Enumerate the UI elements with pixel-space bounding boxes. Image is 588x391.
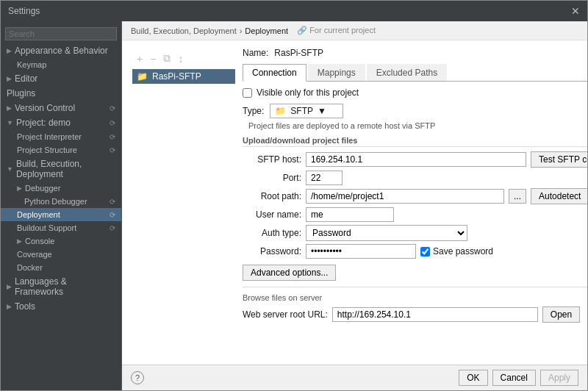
copy-server-button[interactable]: ⧉ <box>160 51 173 66</box>
sidebar-item-languages-frameworks[interactable]: ▶ Languages & Frameworks <box>1 274 121 299</box>
server-name: RasPi-SFTP <box>152 71 201 82</box>
main-panel: Build, Execution, Deployment › Deploymen… <box>122 21 587 390</box>
breadcrumb-path: Build, Execution, Deployment <box>131 26 237 35</box>
sidebar-item-project-structure[interactable]: Project Structure ⟳ <box>1 143 121 157</box>
sidebar-item-debugger[interactable]: ▶ Debugger <box>1 182 121 195</box>
sync-icon: ⟳ <box>110 198 115 206</box>
breadcrumb: Build, Execution, Deployment › Deploymen… <box>122 21 587 40</box>
port-label: Port: <box>243 173 301 183</box>
toolbar: + − ⧉ ↕ <box>132 48 235 69</box>
tab-connection[interactable]: Connection <box>243 64 306 82</box>
password-input[interactable] <box>306 244 416 259</box>
upload-section-label: Upload/download project files <box>243 136 587 147</box>
web-server-label: Web server root URL: <box>243 309 328 320</box>
sidebar-item-label: Console <box>25 237 54 245</box>
sidebar-item-keymap[interactable]: Keymap <box>1 58 121 71</box>
ok-button[interactable]: OK <box>459 370 487 386</box>
name-row: Name: RasPi-SFTP <box>243 48 587 58</box>
add-server-button[interactable]: + <box>134 51 146 66</box>
sftp-host-row: SFTP host: Test SFTP connection... <box>243 151 587 168</box>
root-path-row: Root path: ... Autodetect <box>243 188 587 204</box>
visible-only-checkbox[interactable] <box>243 88 252 98</box>
sidebar-item-plugins[interactable]: Plugins <box>1 86 121 101</box>
name-label: Name: <box>243 48 268 58</box>
sidebar-item-buildout-support[interactable]: Buildout Support ⟳ <box>1 221 121 234</box>
help-container: ? <box>131 371 144 384</box>
tab-mappings[interactable]: Mappings <box>308 64 365 81</box>
auth-type-select[interactable]: Password <box>306 225 467 241</box>
type-select[interactable]: 📁 SFTP ▼ <box>270 104 343 118</box>
dropdown-icon: ▼ <box>318 106 326 116</box>
sidebar-item-label: Tools <box>15 301 35 312</box>
browse-section: Browse files on server Web server root U… <box>243 287 587 323</box>
sidebar-item-label: Docker <box>17 263 43 272</box>
auth-type-row: Auth type: Password <box>243 225 587 241</box>
sidebar-item-deployment[interactable]: Deployment ⟳ <box>1 208 121 221</box>
server-list-item[interactable]: 📁 RasPi-SFTP <box>132 69 235 84</box>
sidebar-item-label: Python Debugger <box>24 197 87 206</box>
auth-type-label: Auth type: <box>243 228 301 238</box>
cancel-button[interactable]: Cancel <box>492 370 536 386</box>
autodetect-button[interactable]: Autodetect <box>531 188 587 204</box>
chevron-icon: ▶ <box>7 75 12 82</box>
sidebar-item-appearance[interactable]: ▶ Appearance & Behavior <box>1 43 121 58</box>
sidebar-item-project-interpreter[interactable]: Project Interpreter ⟳ <box>1 130 121 143</box>
advanced-options-container: Advanced options... <box>243 265 587 281</box>
sidebar-item-python-debugger[interactable]: Python Debugger ⟳ <box>1 195 121 208</box>
sftp-host-label: SFTP host: <box>243 154 301 165</box>
chevron-icon: ▶ <box>7 303 12 310</box>
server-list-panel: + − ⧉ ↕ 📁 RasPi-SFTP <box>132 48 235 323</box>
sidebar-item-project-demo[interactable]: ▼ Project: demo ⟳ <box>1 115 121 130</box>
password-row: Password: Save password <box>243 244 587 259</box>
browse-root-button[interactable]: ... <box>509 189 526 204</box>
open-button[interactable]: Open <box>542 306 580 323</box>
title-bar: Settings ✕ <box>1 1 587 21</box>
chevron-icon: ▶ <box>7 283 12 290</box>
chevron-icon: ▶ <box>17 237 22 245</box>
type-description: Project files are deployed to a remote h… <box>248 121 587 130</box>
breadcrumb-note: 🔗 For current project <box>297 26 376 35</box>
main-content: + − ⧉ ↕ 📁 RasPi-SFTP <box>122 40 587 365</box>
chevron-icon: ▶ <box>7 47 12 54</box>
port-input[interactable] <box>306 171 343 185</box>
web-server-input[interactable] <box>332 307 538 322</box>
chevron-icon: ▶ <box>7 104 12 112</box>
sidebar-item-coverage[interactable]: Coverage <box>1 248 121 261</box>
move-server-button[interactable]: ↕ <box>175 51 186 66</box>
close-button[interactable]: ✕ <box>571 5 580 17</box>
visible-only-row: Visible only for this project <box>243 87 587 98</box>
sidebar-item-label: Debugger <box>25 184 60 193</box>
sftp-host-input[interactable] <box>306 152 526 167</box>
save-password-checkbox[interactable] <box>420 247 430 257</box>
remove-server-button[interactable]: − <box>147 51 159 66</box>
content-area: ▶ Appearance & Behavior Keymap ▶ Editor … <box>1 21 587 390</box>
advanced-options-button[interactable]: Advanced options... <box>243 265 336 281</box>
sidebar-item-build-execution[interactable]: ▼ Build, Execution, Deployment <box>1 157 121 182</box>
type-folder-icon: 📁 <box>275 106 286 116</box>
name-value: RasPi-SFTP <box>274 48 323 58</box>
sidebar-item-label: Languages & Frameworks <box>15 276 115 297</box>
sidebar-item-label: Keymap <box>17 60 46 69</box>
sidebar-item-tools[interactable]: ▶ Tools <box>1 299 121 314</box>
sidebar-item-label: Plugins <box>7 88 35 98</box>
apply-button[interactable]: Apply <box>540 370 578 386</box>
sidebar-item-docker[interactable]: Docker <box>1 261 121 274</box>
sidebar-item-label: Buildout Support <box>17 223 76 232</box>
test-sftp-button[interactable]: Test SFTP connection... <box>531 151 587 168</box>
user-name-input[interactable] <box>306 207 394 222</box>
tab-excluded-paths[interactable]: Excluded Paths <box>367 64 447 81</box>
sync-icon: ⟳ <box>110 104 115 112</box>
chevron-down-icon: ▼ <box>7 119 13 126</box>
root-path-input[interactable] <box>306 189 504 204</box>
user-name-label: User name: <box>243 209 301 220</box>
breadcrumb-current: Deployment <box>245 26 288 35</box>
sidebar-item-label: Version Control <box>15 103 75 113</box>
sync-icon: ⟳ <box>110 211 115 219</box>
sidebar-item-editor[interactable]: ▶ Editor <box>1 71 121 86</box>
type-label: Type: <box>243 106 264 116</box>
sidebar-item-version-control[interactable]: ▶ Version Control ⟳ <box>1 101 121 115</box>
sidebar-item-console[interactable]: ▶ Console <box>1 234 121 248</box>
server-panel: + − ⧉ ↕ 📁 RasPi-SFTP <box>132 48 577 323</box>
help-button[interactable]: ? <box>131 371 144 384</box>
search-input[interactable] <box>5 27 117 40</box>
